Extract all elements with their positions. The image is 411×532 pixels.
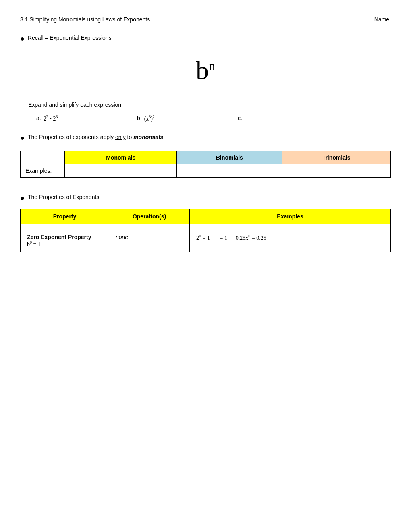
problem-b-expr: (x3)2 — [144, 114, 155, 122]
exp-col-examples: Examples — [190, 209, 391, 224]
mono-examples-trinomials — [282, 164, 391, 177]
mono-examples-binomials — [177, 164, 282, 177]
properties-exponents-text: The Properties of Exponents — [28, 194, 99, 200]
zero-exponent-row: Zero Exponent Property b0 = 1 none 20 = … — [21, 224, 391, 252]
mono-examples-monomials — [65, 164, 177, 177]
problem-a-label: a. — [36, 115, 41, 121]
monomials-text: monomials — [133, 134, 163, 140]
zero-exp-operation-cell: none — [109, 224, 190, 252]
mono-col-trinomials: Trinomials — [282, 151, 391, 164]
page-title: 3.1 Simplifying Monomials using Laws of … — [20, 16, 150, 23]
problem-a: a. 22 • 23 — [36, 114, 137, 122]
exp-col-property: Property — [21, 209, 109, 224]
problems-row: a. 22 • 23 b. (x3)2 c. — [36, 114, 391, 122]
bn-exponent: n — [209, 58, 215, 73]
bullet-exponents: ● — [20, 194, 25, 203]
zero-exp-operation: none — [116, 234, 128, 240]
page-header: 3.1 Simplifying Monomials using Laws of … — [20, 16, 391, 23]
name-label: Name: — [374, 16, 391, 23]
bn-expression: bn — [196, 56, 215, 85]
properties-exponents-heading: ● The Properties of Exponents — [20, 194, 391, 203]
exp-col-operations: Operation(s) — [109, 209, 190, 224]
recall-text: Recall – Exponential Expressions — [28, 35, 112, 41]
bn-display: bn — [20, 56, 391, 85]
mono-table-examples-row: Examples: — [21, 164, 391, 177]
exp-table-header-row: Property Operation(s) Examples — [21, 209, 391, 224]
bullet-properties: ● — [20, 134, 25, 143]
bullet-recall: ● — [20, 35, 25, 44]
zero-exp-examples: 20 = 1 = 1 0.25x0 = 0.25 — [196, 235, 266, 241]
mono-table-header-row: Monomials Binomials Trinomials — [21, 151, 391, 164]
problem-a-expr: 22 • 23 — [44, 114, 58, 122]
mono-examples-label: Examples: — [21, 164, 65, 177]
mono-col-monomials: Monomials — [65, 151, 177, 164]
mono-col-binomials: Binomials — [177, 151, 282, 164]
properties-text: The Properties of exponents apply only t… — [28, 134, 165, 140]
zero-exp-property-name: Zero Exponent Property — [27, 234, 102, 240]
zero-exp-property-cell: Zero Exponent Property b0 = 1 — [21, 224, 109, 252]
zero-exp-examples-cell: 20 = 1 = 1 0.25x0 = 0.25 — [190, 224, 391, 252]
expand-label: Expand and simplify each expression. — [28, 102, 391, 108]
recall-section: ● Recall – Exponential Expressions — [20, 35, 391, 44]
problem-b-label: b. — [137, 115, 142, 121]
zero-exp-formula: b0 = 1 — [27, 240, 102, 248]
monomials-table: Monomials Binomials Trinomials Examples: — [20, 151, 391, 178]
problem-c-label: c. — [238, 115, 242, 121]
problem-b: b. (x3)2 — [137, 114, 238, 122]
problem-c: c. — [238, 115, 338, 121]
properties-note: ● The Properties of exponents apply only… — [20, 134, 391, 143]
mono-col-empty — [21, 151, 65, 164]
only-text: only — [115, 134, 126, 140]
exponents-table: Property Operation(s) Examples Zero Expo… — [20, 209, 391, 252]
